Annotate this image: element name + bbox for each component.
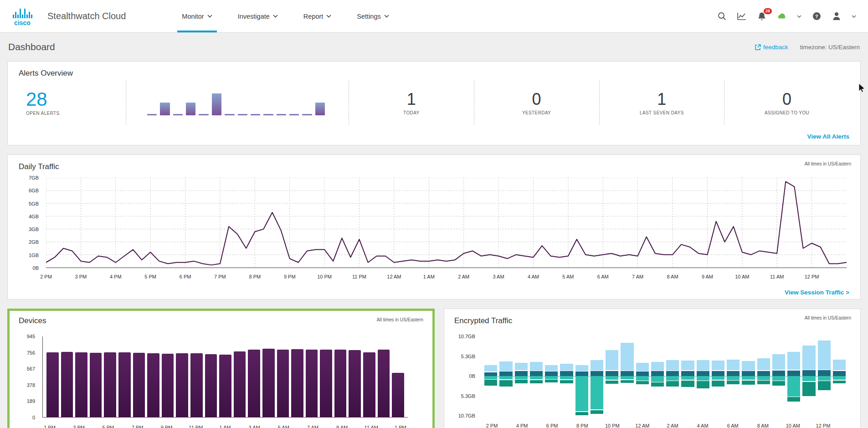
cisco-logo[interactable]: cisco bbox=[12, 6, 36, 26]
x-tick-label: 3 AM bbox=[249, 425, 260, 428]
encrypted-segment-inbound bbox=[818, 340, 831, 369]
x-tick-label: 5 AM bbox=[562, 274, 574, 279]
x-tick-label: 9 AM bbox=[336, 425, 348, 428]
encrypted-segment-outbound bbox=[621, 376, 633, 379]
feedback-link[interactable]: feedback bbox=[755, 44, 788, 51]
chevron-down-icon[interactable] bbox=[852, 15, 856, 18]
help-icon[interactable]: ? bbox=[812, 11, 822, 21]
view-all-alerts-link[interactable]: View All Alerts bbox=[807, 133, 849, 140]
nav-item-investigate[interactable]: Investigate bbox=[225, 0, 291, 32]
encrypted-bar bbox=[772, 336, 785, 416]
device-bar bbox=[133, 353, 145, 417]
encrypted-segment-inbound bbox=[636, 363, 649, 371]
daily-traffic-plot bbox=[46, 178, 847, 268]
alerts-stats: 1 TODAY 0 YESTERDAY 1 LAST SEVEN DAYS 0 … bbox=[349, 81, 849, 124]
encrypted-segment-inbound-encrypted bbox=[742, 371, 755, 376]
device-bar bbox=[147, 353, 159, 417]
encrypted-segment-outbound bbox=[787, 376, 800, 397]
encrypted-segment-inbound-encrypted bbox=[697, 371, 709, 376]
encrypted-segment-outbound-encrypted bbox=[666, 381, 679, 386]
notifications-bell-icon[interactable]: 28 bbox=[757, 11, 767, 21]
user-account-icon[interactable] bbox=[832, 11, 842, 21]
view-session-traffic-link[interactable]: View Session Traffic > bbox=[785, 289, 849, 296]
stat-label: TODAY bbox=[349, 110, 474, 115]
encrypted-bar bbox=[499, 336, 512, 416]
encrypted-segment-outbound-encrypted bbox=[606, 381, 618, 384]
encrypted-bar bbox=[575, 336, 588, 416]
main-nav: Monitor Investigate Report Settings bbox=[169, 0, 401, 32]
x-tick-label: 9 PM bbox=[161, 425, 173, 428]
x-tick-label: 10 PM bbox=[317, 274, 332, 279]
y-tick-label: 945 bbox=[27, 334, 35, 339]
x-tick-label: 3 PM bbox=[75, 274, 87, 279]
device-bar bbox=[61, 352, 73, 417]
stat-last-seven-days[interactable]: 1 LAST SEVEN DAYS bbox=[600, 90, 724, 115]
device-bar bbox=[363, 352, 375, 417]
encrypted-segment-outbound bbox=[606, 376, 618, 380]
encrypted-segment-outbound-encrypted bbox=[712, 381, 724, 387]
chevron-down-icon[interactable] bbox=[797, 15, 801, 18]
x-tick-label: 4 PM bbox=[110, 274, 122, 279]
encrypted-segment-outbound-encrypted bbox=[560, 380, 573, 383]
stat-assigned-to-you[interactable]: 0 ASSIGNED TO YOU bbox=[724, 90, 849, 115]
encrypted-segment-inbound-encrypted bbox=[575, 371, 588, 376]
open-alerts-stat[interactable]: 28 OPEN ALERTS bbox=[19, 89, 126, 116]
stealthwatch-dashboard: cisco Stealthwatch Cloud Monitor Investi… bbox=[0, 0, 868, 428]
encrypted-segment-inbound bbox=[560, 364, 573, 371]
daily-traffic-x-axis: 2 PM3 PM4 PM5 PM6 PM7 PM8 PM9 PM10 PM11 … bbox=[46, 270, 847, 282]
device-bar bbox=[320, 350, 332, 417]
encrypted-segment-outbound bbox=[802, 376, 815, 381]
stat-yesterday[interactable]: 0 YESTERDAY bbox=[474, 90, 599, 115]
encrypted-bar bbox=[802, 336, 815, 416]
device-bar bbox=[46, 352, 59, 417]
encrypted-traffic-title: Encrypted Traffic bbox=[454, 316, 850, 325]
encrypted-bar bbox=[757, 336, 770, 416]
encrypted-bar bbox=[818, 336, 831, 416]
encrypted-segment-inbound bbox=[697, 360, 709, 371]
cloud-status-icon[interactable] bbox=[777, 11, 787, 21]
external-link-icon bbox=[755, 44, 761, 50]
encrypted-segment-inbound-encrypted bbox=[636, 371, 649, 376]
devices-card[interactable]: Devices All times in US/Eastern 94575656… bbox=[7, 309, 435, 428]
x-tick-label: 1 AM bbox=[423, 274, 435, 279]
encrypted-segment-outbound-encrypted bbox=[651, 382, 664, 386]
y-tick-label: 6GB bbox=[29, 188, 39, 193]
x-tick-label: 10 AM bbox=[786, 423, 800, 428]
notification-count-badge: 28 bbox=[764, 8, 772, 14]
encrypted-bar bbox=[545, 336, 558, 416]
encrypted-segment-inbound-encrypted bbox=[651, 371, 664, 376]
x-tick-label: 5 AM bbox=[278, 425, 289, 428]
encrypted-segment-outbound bbox=[575, 376, 588, 411]
encrypted-segment-outbound bbox=[666, 376, 679, 381]
spark-bar bbox=[238, 114, 247, 115]
alerts-overview-row: 28 OPEN ALERTS 1 TODAY 0 YESTERDAY 1 bbox=[19, 81, 849, 124]
encrypted-segment-inbound bbox=[651, 362, 664, 371]
stat-today[interactable]: 1 TODAY bbox=[349, 90, 474, 115]
encrypted-bar bbox=[727, 336, 740, 416]
device-bar bbox=[176, 353, 188, 417]
activity-chart-icon[interactable] bbox=[737, 11, 747, 21]
encrypted-segment-outbound bbox=[742, 376, 755, 380]
device-bar bbox=[262, 349, 275, 417]
daily-traffic-title: Daily Traffic bbox=[19, 162, 849, 171]
encrypted-segment-outbound bbox=[818, 376, 831, 381]
alerts-overview-card: Alerts Overview 28 OPEN ALERTS 1 TODAY 0… bbox=[7, 61, 861, 145]
x-tick-label: 12 AM bbox=[635, 423, 649, 428]
encrypted-segment-outbound-encrypted bbox=[757, 381, 770, 384]
encrypted-segment-outbound bbox=[727, 376, 740, 380]
nav-item-monitor[interactable]: Monitor bbox=[169, 0, 225, 32]
spark-bar bbox=[277, 114, 286, 115]
encrypted-bar bbox=[833, 336, 846, 416]
search-icon[interactable] bbox=[717, 11, 727, 21]
x-tick-label: 11 AM bbox=[770, 274, 784, 279]
encrypted-segment-outbound-encrypted bbox=[591, 410, 603, 414]
stat-label: ASSIGNED TO YOU bbox=[724, 110, 849, 115]
y-tick-label: 10.7GB bbox=[458, 413, 475, 418]
encrypted-segment-inbound-encrypted bbox=[787, 371, 800, 376]
encrypted-segment-inbound-encrypted bbox=[606, 371, 618, 376]
x-tick-label: 5 PM bbox=[103, 425, 114, 428]
nav-item-report[interactable]: Report bbox=[291, 0, 344, 32]
nav-item-settings[interactable]: Settings bbox=[344, 0, 401, 32]
encrypted-segment-inbound-encrypted bbox=[681, 371, 694, 376]
encrypted-segment-outbound bbox=[712, 376, 724, 380]
